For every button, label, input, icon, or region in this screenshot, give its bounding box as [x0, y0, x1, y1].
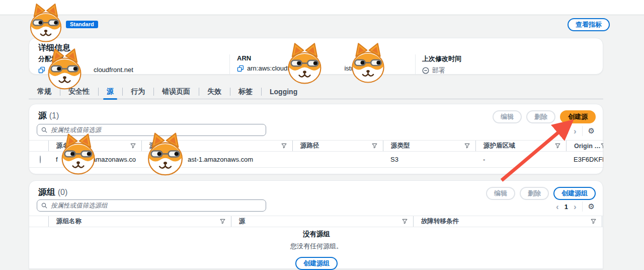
origin-groups-panel: 源组 (0) 编辑 删除 创建源组 ‹ 1 › ⚙ 源组名称 源: [29, 180, 603, 269]
distribution-tabs: 常规 安全性 源 行为 错误页面 失效 标签 Logging: [29, 85, 603, 99]
tab-logging[interactable]: Logging: [261, 85, 306, 99]
col-origin-type: 源类型: [383, 141, 475, 151]
select-column: [29, 141, 48, 151]
col-group-origins: 源: [231, 216, 413, 227]
cloudfront-distribution-page: Standard 查看指标 详细信息 分配域名 cloudfront.net A…: [0, 0, 644, 270]
create-origin-group-button[interactable]: 创建源组: [553, 187, 596, 200]
filter-icon[interactable]: [220, 219, 225, 224]
origin-groups-empty-state: 没有源组 您没有任何源组。 创建源组: [29, 230, 604, 270]
copy-icon[interactable]: [237, 65, 244, 72]
origin-groups-filter-input[interactable]: [51, 202, 262, 209]
cell-origin-shield: -: [475, 156, 566, 163]
origin-groups-count: (0): [58, 188, 68, 196]
col-origin-path: 源路径: [292, 141, 383, 151]
tab-security[interactable]: 安全性: [60, 85, 98, 99]
tab-tags[interactable]: 标签: [230, 85, 261, 99]
origin-table-row[interactable]: f t-1.amazonaws.co ast-1.amazonaws.com S…: [29, 152, 604, 168]
filter-icon[interactable]: [372, 143, 377, 149]
prev-page-icon[interactable]: ‹: [556, 202, 559, 211]
copy-icon[interactable]: [38, 66, 45, 74]
standard-badge: Standard: [66, 21, 98, 28]
domain-label: 分配域名: [38, 54, 229, 63]
filter-icon[interactable]: [402, 219, 408, 224]
top-nav-strip: [0, 0, 644, 15]
deploy-status-text: 部署: [432, 66, 445, 75]
origin-groups-table-header: 源组名称 源 故障转移条件: [29, 216, 604, 227]
delete-origin-button[interactable]: 删除: [526, 110, 555, 123]
select-column: [29, 216, 48, 227]
col-group-failover: 故障转移条件: [413, 216, 602, 227]
tab-error-pages[interactable]: 错误页面: [153, 85, 199, 99]
distribution-domain-field: 分配域名 cloudfront.net: [29, 54, 229, 75]
edit-origin-group-button[interactable]: 编辑: [486, 187, 515, 200]
details-heading: 详细信息: [38, 43, 70, 53]
col-group-name: 源组名称: [48, 216, 231, 227]
cell-origin-domain: ast-1.amazonaws.com: [141, 156, 292, 163]
filter-icon[interactable]: [591, 219, 596, 224]
filter-icon[interactable]: [130, 143, 136, 149]
origins-filter: [37, 124, 266, 136]
origins-panel: 源 (1) 编辑 删除 创建源 ‹ 1 › ⚙ 源名称 源域: [29, 104, 603, 174]
prev-page-icon[interactable]: ‹: [556, 127, 559, 136]
create-origin-group-empty-button[interactable]: 创建源组: [295, 257, 338, 270]
arn-value-mid: istribution/: [344, 64, 374, 72]
tab-invalidations[interactable]: 失效: [199, 85, 230, 99]
edit-origin-button[interactable]: 编辑: [493, 110, 522, 123]
col-origin-domain: 源域: [141, 141, 292, 151]
arn-label: ARN: [237, 54, 415, 62]
search-icon: [41, 202, 47, 209]
create-origin-button[interactable]: 创建源: [560, 110, 596, 123]
page-number: 1: [565, 203, 568, 211]
empty-title: 没有源组: [29, 230, 604, 239]
filter-icon[interactable]: [555, 143, 560, 149]
arn-field: ARN arn:aws:cloudfront:: istribution/: [229, 54, 415, 75]
origin-groups-pagination: ‹ 1 › ⚙: [556, 201, 595, 212]
arn-value-prefix: arn:aws:cloudfront::: [247, 64, 304, 72]
last-modified-field: 上次修改时间 部署: [415, 54, 601, 75]
tab-origins[interactable]: 源: [98, 85, 122, 99]
cell-origin-type: S3: [383, 156, 475, 163]
origins-count: (1): [49, 111, 59, 120]
origins-table-header: 源名称 源域 源路径 源类型 源护盾区域 Origin …: [29, 140, 604, 152]
details-card: 详细信息 分配域名 cloudfront.net ARN arn:aws:clo…: [29, 38, 603, 75]
tab-general[interactable]: 常规: [29, 85, 60, 99]
settings-gear-icon[interactable]: ⚙: [588, 126, 595, 136]
filter-icon[interactable]: [464, 143, 470, 149]
row-radio-button[interactable]: [40, 156, 41, 163]
origins-filter-input[interactable]: [51, 126, 262, 133]
filter-icon[interactable]: [281, 143, 287, 149]
page-number: 1: [565, 127, 568, 135]
tab-behaviors[interactable]: 行为: [122, 85, 153, 99]
col-origin-name: 源名称: [48, 141, 141, 151]
search-icon: [41, 127, 47, 133]
cell-origin-name: f t-1.amazonaws.co: [48, 156, 141, 163]
cell-origin-id: E3F6DKFF…: [566, 156, 603, 163]
view-metrics-button[interactable]: 查看指标: [568, 18, 610, 31]
empty-description: 您没有任何源组。: [29, 242, 604, 251]
origin-groups-filter: [37, 199, 266, 212]
last-modified-label: 上次修改时间: [422, 54, 601, 63]
origins-title: 源 (1): [38, 110, 59, 121]
next-page-icon[interactable]: ›: [574, 127, 577, 136]
origin-groups-title: 源组 (0): [38, 186, 67, 198]
settings-gear-icon[interactable]: ⚙: [588, 202, 595, 211]
next-page-icon[interactable]: ›: [574, 202, 577, 211]
filter-icon[interactable]: [601, 143, 603, 149]
col-origin-id: Origin …: [566, 141, 603, 151]
origins-pagination: ‹ 1 › ⚙: [556, 126, 595, 136]
delete-origin-group-button[interactable]: 删除: [520, 187, 549, 200]
col-origin-shield: 源护盾区域: [475, 141, 566, 151]
domain-value: cloudfront.net: [94, 66, 133, 74]
deploying-status-icon: [422, 67, 429, 74]
